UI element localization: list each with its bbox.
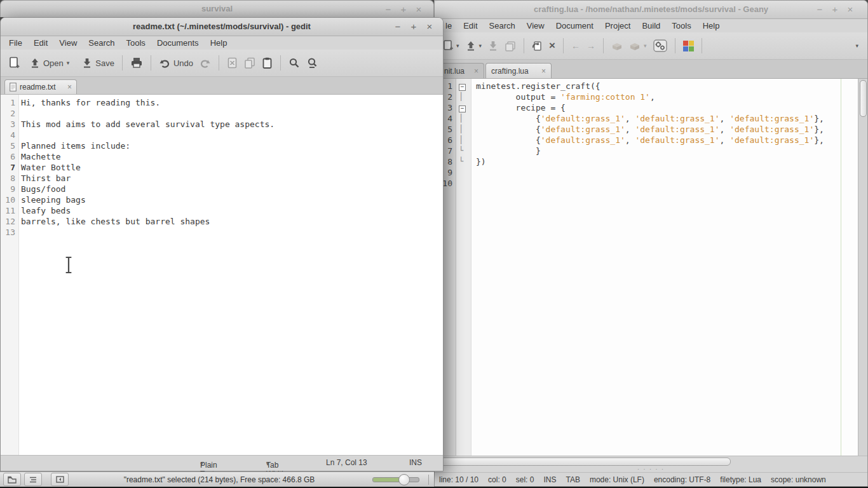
minimize-icon[interactable]: − [814, 4, 825, 15]
fold-marker[interactable]: │ [456, 125, 474, 135]
fold-marker[interactable]: │ [456, 114, 474, 125]
text-line[interactable]: 6 Machette [1, 152, 443, 163]
undo-button[interactable]: Undo [156, 55, 196, 71]
code-line[interactable]: 8 └ }) [435, 157, 867, 168]
code-line[interactable]: 7 └ } [435, 146, 867, 157]
chevron-down-icon[interactable]: ▾ [644, 43, 647, 49]
gedit-titlebar[interactable]: readme.txt (~/.minetest/mods/survival) -… [1, 18, 443, 36]
menu-item[interactable]: Help [697, 20, 726, 32]
fold-marker[interactable]: └ [456, 146, 474, 157]
save-all-button[interactable] [501, 38, 519, 54]
save-button[interactable] [485, 38, 501, 54]
close-icon[interactable]: × [844, 4, 856, 15]
code-line[interactable]: 9 [435, 168, 867, 179]
tab-close-icon[interactable]: × [67, 83, 72, 92]
close-icon[interactable]: × [424, 21, 435, 32]
geany-editor[interactable]: 1 − minetest.register_craft({ 2 │ output… [435, 79, 867, 456]
scrollbar-thumb[interactable] [436, 458, 731, 466]
horizontal-scrollbar[interactable] [435, 456, 867, 466]
code-line[interactable]: 2 │ output = 'farming:cotton 1', [435, 92, 867, 103]
menu-item[interactable]: Tools [121, 37, 151, 49]
navigate-back-button[interactable]: ← [568, 38, 583, 53]
fold-collapse-icon[interactable]: − [459, 105, 466, 112]
cut-button[interactable] [224, 55, 241, 71]
open-file-button[interactable]: ▾ [463, 38, 485, 54]
tab-readme-txt[interactable]: readme.txt × [4, 79, 77, 94]
toolbar-overflow-chevron-icon[interactable]: ▾ [855, 43, 858, 49]
save-button[interactable]: Save [79, 55, 118, 71]
tab-close-icon[interactable]: × [541, 67, 546, 76]
print-button[interactable] [127, 55, 146, 71]
menu-item[interactable]: Edit [458, 20, 483, 32]
geany-titlebar[interactable]: crafting.lua - /home/nathan/.minetest/mo… [435, 1, 867, 19]
build-button[interactable]: ▾ [626, 39, 650, 53]
text-line[interactable]: 12 barrels, like chests but barrel shape… [1, 217, 443, 227]
minimize-icon[interactable]: − [392, 21, 403, 32]
fold-marker[interactable] [456, 168, 474, 179]
text-line[interactable]: 10 sleeping bags [1, 195, 443, 206]
text-line[interactable]: 11 leafy beds [1, 206, 443, 217]
menu-item[interactable]: Build [636, 20, 666, 32]
vertical-scrollbar[interactable] [858, 79, 867, 456]
color-chooser-button[interactable] [680, 38, 697, 54]
copy-button[interactable] [241, 55, 259, 71]
menu-item[interactable]: Document [550, 20, 599, 32]
fold-marker[interactable]: │ [456, 92, 474, 103]
menu-item[interactable]: Search [83, 37, 120, 49]
redo-button[interactable] [196, 55, 214, 71]
zoom-slider[interactable] [372, 477, 419, 482]
menu-item[interactable]: View [53, 37, 83, 49]
menu-item[interactable]: File [3, 37, 28, 49]
maximize-icon[interactable]: + [408, 21, 419, 32]
maximize-icon[interactable]: + [398, 4, 409, 15]
scrollbar-thumb[interactable] [860, 80, 867, 117]
text-line[interactable]: 9 Bugs/food [1, 184, 443, 195]
text-line[interactable]: 3 This mod aims to add several survival … [1, 119, 443, 130]
menu-item[interactable]: Search [484, 20, 521, 32]
revert-button[interactable] [529, 38, 546, 54]
find-replace-button[interactable] [303, 55, 321, 71]
close-icon[interactable]: × [413, 4, 424, 15]
survival-window-titlebar[interactable]: survival − + × [0, 0, 434, 17]
code-line[interactable]: 4 │ {'default:grass_1', 'default:grass_1… [435, 114, 867, 125]
text-line[interactable]: 8 Thirst bar [1, 173, 443, 184]
fold-marker[interactable]: − [456, 103, 474, 114]
code-line[interactable]: 10 [435, 179, 867, 189]
new-document-button[interactable] [6, 54, 23, 72]
menu-item[interactable]: View [521, 20, 550, 32]
chevron-down-icon[interactable]: ▾ [479, 43, 482, 49]
menu-item[interactable]: Help [205, 37, 233, 49]
execute-button[interactable] [650, 37, 670, 55]
side-panel-toggle-button[interactable] [51, 473, 69, 486]
folder-view-button[interactable] [3, 473, 21, 486]
text-line[interactable]: 2 [1, 109, 443, 119]
close-file-button[interactable]: × [546, 37, 559, 55]
code-line[interactable]: 3 − recipe = { [435, 103, 867, 114]
gedit-text-area[interactable]: 1 Hi, thanks for reading this. 2 3 This … [1, 95, 443, 455]
code-line[interactable]: 5 │ {'default:grass_1', 'default:grass_1… [435, 125, 867, 135]
code-line[interactable]: 1 − minetest.register_craft({ [435, 81, 867, 92]
pane-splitter-handle[interactable]: · · · · · [435, 466, 867, 472]
menu-item[interactable]: Tools [666, 20, 696, 32]
open-file-button[interactable]: Open ▾ [27, 55, 72, 71]
fold-marker[interactable]: │ [456, 135, 474, 146]
fold-marker[interactable] [456, 179, 474, 189]
tab-crafting-lua[interactable]: crafting.lua × [485, 63, 552, 78]
navigate-forward-button[interactable]: → [583, 38, 599, 53]
minimize-icon[interactable]: − [383, 4, 394, 15]
text-line[interactable]: 13 [1, 227, 443, 238]
menu-item[interactable]: Documents [151, 37, 205, 49]
menu-item[interactable]: Edit [28, 37, 53, 49]
dir-tree-button[interactable] [24, 473, 42, 486]
tab-close-icon[interactable]: × [474, 67, 478, 76]
chevron-down-icon[interactable]: ▾ [456, 43, 459, 49]
text-line[interactable]: 7 Water Bottle [1, 163, 443, 173]
compile-button[interactable] [608, 39, 626, 53]
chevron-down-icon[interactable]: ▾ [67, 60, 70, 66]
fold-marker[interactable]: └ [456, 157, 474, 168]
menu-item[interactable]: Project [599, 20, 636, 32]
maximize-icon[interactable]: + [829, 4, 841, 15]
text-line[interactable]: 1 Hi, thanks for reading this. [1, 98, 443, 109]
text-line[interactable]: 4 [1, 130, 443, 141]
find-button[interactable] [285, 55, 303, 71]
